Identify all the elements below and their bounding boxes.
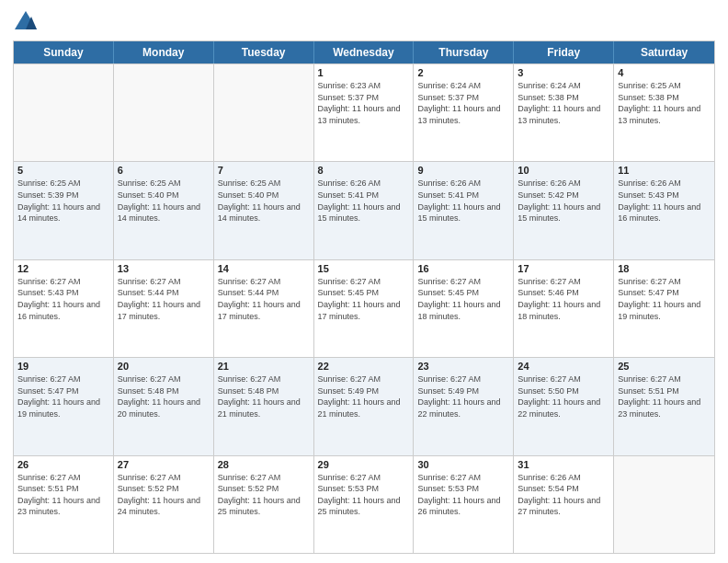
day-cell-28: 28Sunrise: 6:27 AMSunset: 5:52 PMDayligh… bbox=[214, 456, 314, 553]
day-number: 25 bbox=[618, 361, 711, 372]
day-info: Sunrise: 6:27 AMSunset: 5:50 PMDaylight:… bbox=[518, 373, 609, 419]
day-number: 27 bbox=[118, 459, 210, 470]
day-number: 16 bbox=[417, 263, 509, 274]
day-number: 14 bbox=[218, 263, 310, 274]
day-number: 24 bbox=[518, 361, 609, 372]
day-info: Sunrise: 6:27 AMSunset: 5:48 PMDaylight:… bbox=[118, 373, 210, 419]
day-number: 29 bbox=[318, 459, 410, 470]
logo-icon bbox=[13, 9, 39, 35]
day-cell-6: 6Sunrise: 6:25 AMSunset: 5:40 PMDaylight… bbox=[114, 162, 214, 259]
day-cell-17: 17Sunrise: 6:27 AMSunset: 5:46 PMDayligh… bbox=[514, 260, 614, 357]
day-info: Sunrise: 6:27 AMSunset: 5:53 PMDaylight:… bbox=[318, 472, 410, 518]
weekday-header-thursday: Thursday bbox=[414, 41, 514, 63]
day-number: 15 bbox=[318, 263, 410, 274]
weekday-header-tuesday: Tuesday bbox=[214, 41, 314, 63]
day-info: Sunrise: 6:24 AMSunset: 5:37 PMDaylight:… bbox=[417, 80, 509, 126]
day-info: Sunrise: 6:27 AMSunset: 5:49 PMDaylight:… bbox=[417, 373, 509, 419]
day-number: 19 bbox=[17, 361, 109, 372]
day-info: Sunrise: 6:27 AMSunset: 5:53 PMDaylight:… bbox=[417, 472, 509, 518]
week-row-1: 1Sunrise: 6:23 AMSunset: 5:37 PMDaylight… bbox=[14, 63, 714, 161]
weekday-header-friday: Friday bbox=[514, 41, 614, 63]
day-cell-21: 21Sunrise: 6:27 AMSunset: 5:48 PMDayligh… bbox=[214, 358, 314, 454]
weekday-header-sunday: Sunday bbox=[14, 41, 114, 63]
day-cell-23: 23Sunrise: 6:27 AMSunset: 5:49 PMDayligh… bbox=[414, 358, 514, 454]
day-info: Sunrise: 6:26 AMSunset: 5:54 PMDaylight:… bbox=[518, 472, 609, 518]
calendar: SundayMondayTuesdayWednesdayThursdayFrid… bbox=[13, 40, 715, 554]
day-cell-14: 14Sunrise: 6:27 AMSunset: 5:44 PMDayligh… bbox=[214, 260, 314, 357]
day-number: 2 bbox=[417, 67, 509, 78]
day-info: Sunrise: 6:27 AMSunset: 5:43 PMDaylight:… bbox=[17, 276, 109, 322]
day-number: 26 bbox=[17, 459, 109, 470]
day-cell-13: 13Sunrise: 6:27 AMSunset: 5:44 PMDayligh… bbox=[114, 260, 214, 357]
day-info: Sunrise: 6:27 AMSunset: 5:46 PMDaylight:… bbox=[518, 276, 609, 322]
day-cell-25: 25Sunrise: 6:27 AMSunset: 5:51 PMDayligh… bbox=[614, 358, 714, 454]
day-number: 22 bbox=[318, 361, 410, 372]
day-number: 11 bbox=[618, 165, 711, 176]
day-number: 4 bbox=[618, 67, 711, 78]
day-number: 12 bbox=[17, 263, 109, 274]
day-number: 5 bbox=[17, 165, 109, 176]
empty-cell bbox=[214, 64, 314, 161]
day-cell-30: 30Sunrise: 6:27 AMSunset: 5:53 PMDayligh… bbox=[414, 456, 514, 553]
day-info: Sunrise: 6:26 AMSunset: 5:41 PMDaylight:… bbox=[318, 178, 410, 224]
day-number: 10 bbox=[518, 165, 609, 176]
logo bbox=[13, 9, 42, 35]
week-row-2: 5Sunrise: 6:25 AMSunset: 5:39 PMDaylight… bbox=[14, 161, 714, 259]
week-row-4: 19Sunrise: 6:27 AMSunset: 5:47 PMDayligh… bbox=[14, 357, 714, 454]
day-number: 9 bbox=[417, 165, 509, 176]
day-cell-5: 5Sunrise: 6:25 AMSunset: 5:39 PMDaylight… bbox=[14, 162, 114, 259]
day-number: 8 bbox=[318, 165, 410, 176]
day-cell-3: 3Sunrise: 6:24 AMSunset: 5:38 PMDaylight… bbox=[514, 64, 614, 161]
day-cell-2: 2Sunrise: 6:24 AMSunset: 5:37 PMDaylight… bbox=[414, 64, 514, 161]
day-info: Sunrise: 6:25 AMSunset: 5:40 PMDaylight:… bbox=[218, 178, 310, 224]
day-cell-15: 15Sunrise: 6:27 AMSunset: 5:45 PMDayligh… bbox=[314, 260, 415, 357]
day-number: 6 bbox=[118, 165, 210, 176]
day-cell-16: 16Sunrise: 6:27 AMSunset: 5:45 PMDayligh… bbox=[414, 260, 514, 357]
day-number: 7 bbox=[218, 165, 310, 176]
day-info: Sunrise: 6:25 AMSunset: 5:38 PMDaylight:… bbox=[618, 80, 711, 126]
day-cell-11: 11Sunrise: 6:26 AMSunset: 5:43 PMDayligh… bbox=[614, 162, 714, 259]
day-info: Sunrise: 6:26 AMSunset: 5:41 PMDaylight:… bbox=[417, 178, 509, 224]
day-number: 28 bbox=[218, 459, 310, 470]
page-header bbox=[13, 9, 715, 35]
calendar-header: SundayMondayTuesdayWednesdayThursdayFrid… bbox=[14, 41, 714, 63]
day-number: 21 bbox=[218, 361, 310, 372]
day-info: Sunrise: 6:25 AMSunset: 5:39 PMDaylight:… bbox=[17, 178, 109, 224]
weekday-header-saturday: Saturday bbox=[614, 41, 714, 63]
day-cell-4: 4Sunrise: 6:25 AMSunset: 5:38 PMDaylight… bbox=[614, 64, 714, 161]
day-info: Sunrise: 6:27 AMSunset: 5:47 PMDaylight:… bbox=[618, 276, 711, 322]
day-number: 1 bbox=[318, 67, 410, 78]
day-info: Sunrise: 6:27 AMSunset: 5:49 PMDaylight:… bbox=[318, 373, 410, 419]
day-number: 3 bbox=[518, 67, 609, 78]
day-info: Sunrise: 6:27 AMSunset: 5:48 PMDaylight:… bbox=[218, 373, 310, 419]
day-number: 18 bbox=[618, 263, 711, 274]
day-cell-7: 7Sunrise: 6:25 AMSunset: 5:40 PMDaylight… bbox=[214, 162, 314, 259]
day-info: Sunrise: 6:27 AMSunset: 5:45 PMDaylight:… bbox=[417, 276, 509, 322]
day-cell-19: 19Sunrise: 6:27 AMSunset: 5:47 PMDayligh… bbox=[14, 358, 114, 454]
day-info: Sunrise: 6:27 AMSunset: 5:47 PMDaylight:… bbox=[17, 373, 109, 419]
day-cell-24: 24Sunrise: 6:27 AMSunset: 5:50 PMDayligh… bbox=[514, 358, 614, 454]
day-cell-12: 12Sunrise: 6:27 AMSunset: 5:43 PMDayligh… bbox=[14, 260, 114, 357]
weekday-header-wednesday: Wednesday bbox=[314, 41, 415, 63]
day-number: 31 bbox=[518, 459, 609, 470]
day-info: Sunrise: 6:27 AMSunset: 5:51 PMDaylight:… bbox=[618, 373, 711, 419]
day-cell-1: 1Sunrise: 6:23 AMSunset: 5:37 PMDaylight… bbox=[314, 64, 415, 161]
week-row-3: 12Sunrise: 6:27 AMSunset: 5:43 PMDayligh… bbox=[14, 259, 714, 357]
day-cell-20: 20Sunrise: 6:27 AMSunset: 5:48 PMDayligh… bbox=[114, 358, 214, 454]
day-number: 23 bbox=[417, 361, 509, 372]
day-info: Sunrise: 6:26 AMSunset: 5:43 PMDaylight:… bbox=[618, 178, 711, 224]
day-info: Sunrise: 6:25 AMSunset: 5:40 PMDaylight:… bbox=[118, 178, 210, 224]
day-cell-8: 8Sunrise: 6:26 AMSunset: 5:41 PMDaylight… bbox=[314, 162, 415, 259]
day-cell-10: 10Sunrise: 6:26 AMSunset: 5:42 PMDayligh… bbox=[514, 162, 614, 259]
day-number: 20 bbox=[118, 361, 210, 372]
day-info: Sunrise: 6:27 AMSunset: 5:44 PMDaylight:… bbox=[218, 276, 310, 322]
week-row-5: 26Sunrise: 6:27 AMSunset: 5:51 PMDayligh… bbox=[14, 455, 714, 553]
day-info: Sunrise: 6:27 AMSunset: 5:45 PMDaylight:… bbox=[318, 276, 410, 322]
day-number: 13 bbox=[118, 263, 210, 274]
day-info: Sunrise: 6:27 AMSunset: 5:52 PMDaylight:… bbox=[118, 472, 210, 518]
day-cell-31: 31Sunrise: 6:26 AMSunset: 5:54 PMDayligh… bbox=[514, 456, 614, 553]
day-cell-29: 29Sunrise: 6:27 AMSunset: 5:53 PMDayligh… bbox=[314, 456, 415, 553]
day-info: Sunrise: 6:27 AMSunset: 5:44 PMDaylight:… bbox=[118, 276, 210, 322]
day-info: Sunrise: 6:23 AMSunset: 5:37 PMDaylight:… bbox=[318, 80, 410, 126]
empty-cell bbox=[14, 64, 114, 161]
